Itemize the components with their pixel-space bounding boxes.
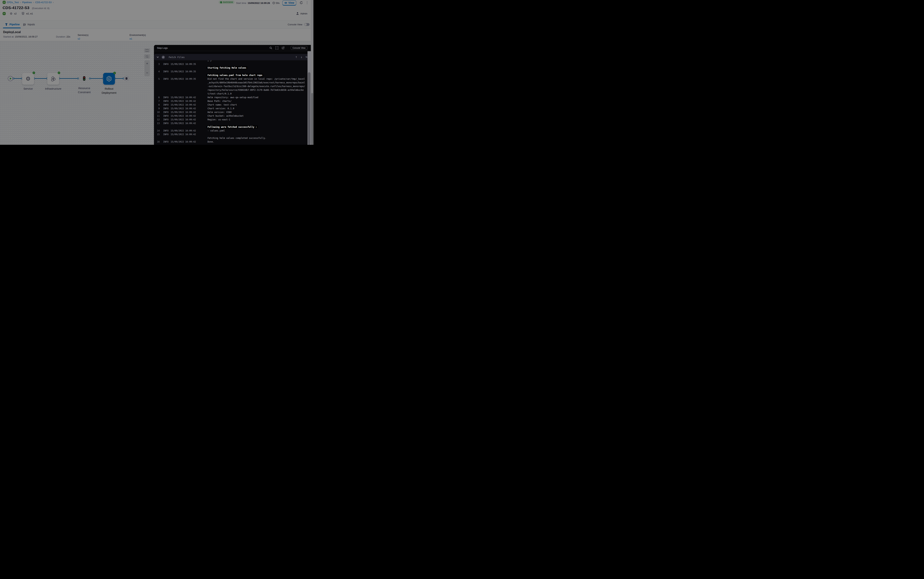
step-logs-drawer: Step Logs Console View ✓ Fetch Files (154, 45, 311, 145)
log-panel-scrollbar-thumb[interactable] (308, 72, 310, 145)
step-success-icon: ✓ (162, 56, 165, 59)
log-row: 11INFO15/09/2022 16:09:42Chart bucket: a… (154, 114, 307, 118)
log-row: 5INFO15/09/2022 16:09:35Did not find the… (154, 77, 307, 96)
log-message: Helm repository: aws-qa-setup-modified (207, 96, 305, 99)
log-message: Done. (207, 140, 305, 144)
log-row: 15INFO15/09/2022 16:09:42 Fetching helm … (154, 132, 307, 140)
log-message: Helm version: V380 (207, 110, 305, 114)
log-message: - values.yaml (207, 129, 305, 132)
log-row: 13INFO15/09/2022 16:09:42 Following were… (154, 121, 307, 129)
log-row: 9INFO15/09/2022 16:09:42Chart version: 0… (154, 107, 307, 110)
step-log-section-header[interactable]: ✓ Fetch Files ↑ ↓ 9s (154, 54, 311, 60)
log-message: Fetching helm values completed successfu… (207, 132, 305, 140)
step-logs-header: Step Logs Console View (154, 45, 311, 51)
scroll-down-icon[interactable]: ↓ (300, 56, 302, 59)
log-message: Did not find the chart and version in lo… (207, 77, 305, 96)
log-row: 3INFO15/09/2022 16:09:35 Starting fetchi… (154, 62, 307, 70)
log-partial-text: … } (207, 60, 305, 62)
log-panel-scrollbar[interactable] (307, 51, 311, 145)
log-row: 4INFO15/09/2022 16:09:35 Fetching values… (154, 70, 307, 77)
log-row-partial: … } (154, 60, 307, 62)
console-view-button[interactable]: Console View (291, 46, 307, 50)
log-message: Region: us-east-1 (207, 118, 305, 121)
log-message: Base Path: charts/ (207, 99, 305, 103)
log-row: 14INFO15/09/2022 16:09:42- values.yaml (154, 129, 307, 132)
log-row: 10INFO15/09/2022 16:09:42Helm version: V… (154, 110, 307, 114)
expand-icon[interactable] (276, 47, 278, 49)
log-message: Chart bucket: achhelmbucket (207, 114, 305, 118)
log-row: 6INFO15/09/2022 16:09:42Helm repository:… (154, 96, 307, 99)
step-name: Fetch Files (169, 56, 184, 59)
scroll-up-icon[interactable]: ↑ (295, 56, 297, 59)
chevron-down-icon[interactable] (157, 56, 159, 59)
log-message: Following were fetched successfully : (207, 121, 305, 129)
log-message: Chart name: test-chart (207, 103, 305, 107)
step-logs-title: Step Logs (157, 47, 168, 49)
log-row: 7INFO15/09/2022 16:09:42Base Path: chart… (154, 99, 307, 103)
log-row: 12INFO15/09/2022 16:09:42Region: us-east… (154, 118, 307, 121)
log-message: Fetching values.yaml from helm chart rep… (207, 70, 305, 77)
log-row: 16INFO15/09/2022 16:09:42Done. (154, 140, 307, 144)
log-row: 8INFO15/09/2022 16:09:42Chart name: test… (154, 103, 307, 107)
log-lines[interactable]: … } 3INFO15/09/2022 16:09:35 Starting fe… (154, 60, 307, 145)
app-screen: CFDs_Test › Pipelines › CDS-41722-S3 › C… (0, 0, 313, 145)
log-message: Chart version: 0.1.0 (207, 107, 305, 110)
open-in-new-icon[interactable] (282, 47, 284, 49)
search-icon[interactable] (269, 47, 272, 49)
log-message: Starting fetching Helm values (207, 62, 305, 70)
